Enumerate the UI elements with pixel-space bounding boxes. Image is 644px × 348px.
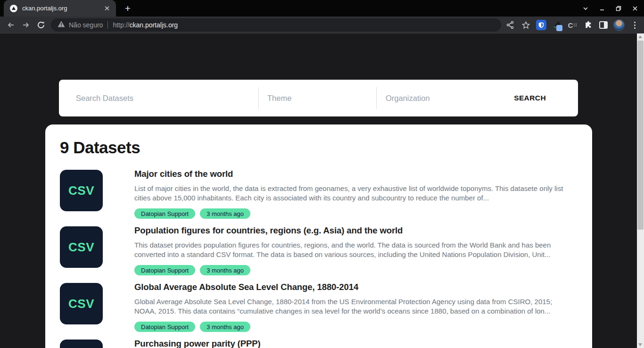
eyedropper-extension-icon[interactable] (551, 19, 562, 31)
dataset-info: Purchasing power parity (PPP) (134, 340, 592, 348)
scrollbar-thumb[interactable] (637, 41, 644, 230)
dataset-info: Population figures for countries, region… (134, 226, 592, 268)
page-viewport: SEARCH 9 Datasets CSV Major cities of th… (0, 33, 644, 348)
color-swatch (556, 25, 562, 31)
profile-avatar[interactable] (613, 19, 625, 31)
dataset-info: Global Average Absolute Sea Level Change… (134, 283, 592, 324)
security-label: Não seguro (69, 21, 103, 29)
badge-row: Datopian Support 3 months ago (134, 265, 575, 275)
url-scheme: http:// (113, 21, 129, 29)
organization-badge[interactable]: Datopian Support (134, 265, 195, 275)
chevron-down-icon[interactable] (582, 5, 589, 12)
csv-format-icon[interactable]: CSV (60, 283, 103, 324)
csv-format-icon[interactable]: CSV (60, 170, 103, 211)
dataset-row: CSV Purchasing power parity (PPP) (60, 340, 592, 348)
dataset-search-bar: SEARCH (59, 80, 578, 116)
format-label: CSV (68, 183, 94, 198)
updated-badge: 3 months ago (200, 322, 250, 332)
toolbar-actions: C (504, 17, 644, 33)
avatar (613, 19, 625, 31)
share-icon[interactable] (504, 19, 516, 31)
site-favicon (10, 5, 17, 12)
updated-badge: 3 months ago (200, 265, 250, 275)
extensions-puzzle-icon[interactable] (582, 19, 594, 31)
restore-button[interactable] (615, 5, 622, 12)
organization-input[interactable] (386, 94, 478, 103)
badge-row: Datopian Support 3 months ago (134, 208, 575, 219)
search-datasets-input[interactable] (76, 94, 258, 103)
side-panel-icon[interactable] (598, 19, 609, 31)
forward-button[interactable] (21, 20, 31, 30)
search-field (59, 80, 258, 116)
organization-field (377, 80, 478, 116)
search-button[interactable]: SEARCH (478, 80, 578, 116)
url-domain: ckan.portaljs.org (129, 21, 178, 29)
theme-input[interactable] (267, 94, 376, 103)
back-button[interactable] (6, 20, 16, 30)
shield-icon (536, 20, 546, 30)
browser-window: ckan.portaljs.org ✕ + (0, 0, 644, 348)
results-heading: 9 Datasets (60, 138, 592, 157)
colorzilla-extension-icon[interactable]: C (567, 19, 578, 31)
results-card: 9 Datasets CSV Major cities of the world… (45, 124, 592, 348)
dataset-row: CSV Population figures for countries, re… (60, 226, 592, 268)
not-secure-warning-icon[interactable] (58, 21, 65, 29)
browser-tab[interactable]: ckan.portaljs.org ✕ (4, 0, 116, 17)
bookmark-star-icon[interactable] (520, 19, 531, 31)
dataset-info: Major cities of the world List of major … (134, 170, 592, 211)
dataset-title-link[interactable]: Purchasing power parity (PPP) (134, 339, 575, 348)
tab-strip: ckan.portaljs.org ✕ + (0, 0, 644, 17)
format-label: CSV (68, 297, 94, 311)
close-window-button[interactable] (632, 5, 638, 12)
dataset-title-link[interactable]: Population figures for countries, region… (134, 225, 575, 236)
page-scrollbar[interactable] (637, 33, 644, 348)
badge-row: Datopian Support 3 months ago (134, 322, 575, 332)
dataset-description: List of major cities in the world, the d… (134, 184, 575, 203)
tab-title: ckan.portaljs.org (22, 5, 103, 12)
csv-format-icon[interactable]: CSV (60, 340, 103, 348)
dataset-row: CSV Global Average Absolute Sea Level Ch… (60, 283, 592, 324)
dataset-description: Global Average Absolute Sea Level Change… (134, 297, 575, 316)
new-tab-button[interactable]: + (122, 2, 134, 15)
dataset-title-link[interactable]: Major cities of the world (134, 169, 575, 179)
address-bar[interactable]: Não seguro http:// ckan.portaljs.org (51, 18, 501, 32)
minimize-button[interactable] (599, 5, 605, 12)
tab-close-icon[interactable]: ✕ (103, 4, 111, 13)
dataset-title-link[interactable]: Global Average Absolute Sea Level Change… (134, 282, 575, 292)
reload-button[interactable] (36, 20, 46, 30)
updated-badge: 3 months ago (200, 208, 250, 219)
dataset-list: CSV Major cities of the world List of ma… (60, 170, 592, 348)
url-divider (107, 21, 108, 29)
theme-field (259, 80, 376, 116)
csv-format-icon[interactable]: CSV (60, 226, 103, 268)
format-label: CSV (68, 240, 94, 255)
scroll-up-arrow-icon[interactable] (638, 35, 642, 38)
scroll-down-arrow-icon[interactable] (638, 343, 642, 346)
dataset-description: This dataset provides population figures… (134, 240, 575, 259)
organization-badge[interactable]: Datopian Support (134, 322, 195, 332)
bitwarden-extension-icon[interactable] (536, 19, 547, 31)
window-controls (582, 0, 641, 17)
dataset-row: CSV Major cities of the world List of ma… (60, 170, 592, 211)
browser-menu-icon[interactable] (629, 19, 640, 31)
browser-toolbar: Não seguro http:// ckan.portaljs.org (0, 17, 644, 33)
organization-badge[interactable]: Datopian Support (134, 208, 195, 219)
